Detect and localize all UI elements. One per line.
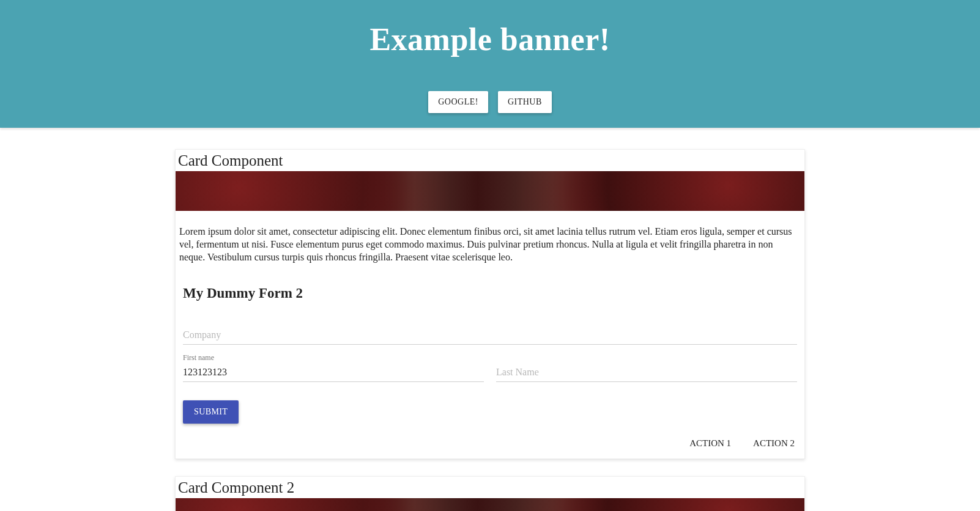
banner-button-row: GOOGLE! GITHUB: [12, 91, 968, 116]
action-2-link[interactable]: ACTION 2: [753, 438, 795, 449]
card-body-text: Lorem ipsum dolor sit amet, consectetur …: [176, 211, 804, 267]
action-1-link[interactable]: ACTION 1: [689, 438, 731, 449]
last-name-input[interactable]: [496, 363, 797, 382]
last-name-field-wrap: [496, 363, 797, 382]
form-title: My Dummy Form 2: [183, 285, 797, 301]
banner-header: Example banner! GOOGLE! GITHUB: [0, 0, 980, 128]
company-field-wrap: [183, 326, 797, 345]
first-name-field-wrap: First name: [183, 363, 484, 382]
dummy-form: My Dummy Form 2 First name SUBMIT: [176, 267, 804, 436]
banner-title: Example banner!: [12, 21, 968, 57]
card-actions: ACTION 1 ACTION 2: [176, 436, 804, 458]
card-component: Card Component Lorem ipsum dolor sit ame…: [175, 149, 805, 459]
first-name-input[interactable]: [183, 363, 484, 382]
card-2-title: Card Component 2: [176, 477, 804, 498]
github-button[interactable]: GITHUB: [498, 91, 552, 113]
card-component-2: Card Component 2: [175, 476, 805, 511]
first-name-label: First name: [183, 353, 214, 362]
company-input[interactable]: [183, 326, 797, 345]
card-2-header-image: [176, 498, 804, 511]
submit-button[interactable]: SUBMIT: [183, 400, 239, 424]
google-button[interactable]: GOOGLE!: [428, 91, 488, 113]
card-header-image: [176, 171, 804, 211]
card-title: Card Component: [176, 150, 804, 171]
content-container: Card Component Lorem ipsum dolor sit ame…: [169, 149, 811, 511]
